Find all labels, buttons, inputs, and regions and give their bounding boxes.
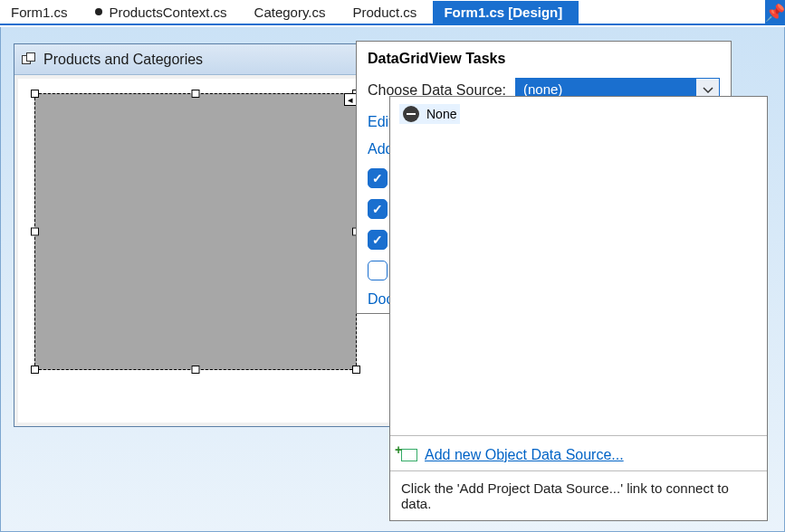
add-datasource-icon <box>401 449 417 461</box>
datasource-hint: Click the 'Add Project Data Source...' l… <box>390 470 767 520</box>
tab-product-cs[interactable]: Product.cs <box>342 1 434 24</box>
designer-surface[interactable]: Products and Categories <box>0 27 785 532</box>
tasks-panel-title: DataGridView Tasks <box>357 42 731 72</box>
tab-productscontext-cs[interactable]: ProductsContext.cs <box>84 1 244 24</box>
document-tabstrip: Form1.cs ProductsContext.cs Category.cs … <box>0 0 785 25</box>
resize-handle[interactable] <box>352 366 360 374</box>
datasource-footer: Add new Object Data Source... <box>390 435 767 470</box>
resize-handle[interactable] <box>31 90 39 98</box>
tab-form1-design[interactable]: Form1.cs [Design] <box>433 1 579 24</box>
add-datasource-label: Add new Object Data Source... <box>425 447 624 463</box>
tab-label: Form1.cs [Design] <box>444 5 562 20</box>
checkbox-unchecked-icon[interactable] <box>368 261 388 280</box>
smart-tag-glyph-icon[interactable]: ◂ <box>344 93 357 106</box>
form-icon <box>22 52 36 67</box>
datagridview-control[interactable]: ◂ <box>34 93 357 370</box>
add-object-datasource-link[interactable]: Add new Object Data Source... <box>401 443 756 467</box>
checkbox-checked-icon[interactable]: ✓ <box>368 168 388 188</box>
datasource-tree[interactable]: None <box>390 97 767 435</box>
resize-handle[interactable] <box>31 366 39 374</box>
datasource-dropdown-popup: None Add new Object Data Source... Click… <box>389 96 768 521</box>
tab-label: Category.cs <box>254 5 326 20</box>
checkbox-checked-icon[interactable]: ✓ <box>368 199 388 219</box>
tab-category-cs[interactable]: Category.cs <box>244 1 342 24</box>
none-icon <box>403 106 419 122</box>
tab-label: Form1.cs <box>11 5 68 20</box>
tab-label: Product.cs <box>353 5 417 20</box>
dirty-indicator-icon <box>95 8 102 15</box>
resize-handle[interactable] <box>192 90 200 98</box>
resize-handle[interactable] <box>31 228 39 236</box>
datasource-none-label: None <box>426 107 456 121</box>
checkbox-checked-icon[interactable]: ✓ <box>368 230 388 250</box>
datasource-none-node[interactable]: None <box>399 104 460 124</box>
tab-label: ProductsContext.cs <box>110 5 227 20</box>
resize-handle[interactable] <box>192 366 200 374</box>
pin-toolwindow-icon[interactable]: 📌 <box>765 0 785 25</box>
tab-form1-cs[interactable]: Form1.cs <box>0 1 84 24</box>
